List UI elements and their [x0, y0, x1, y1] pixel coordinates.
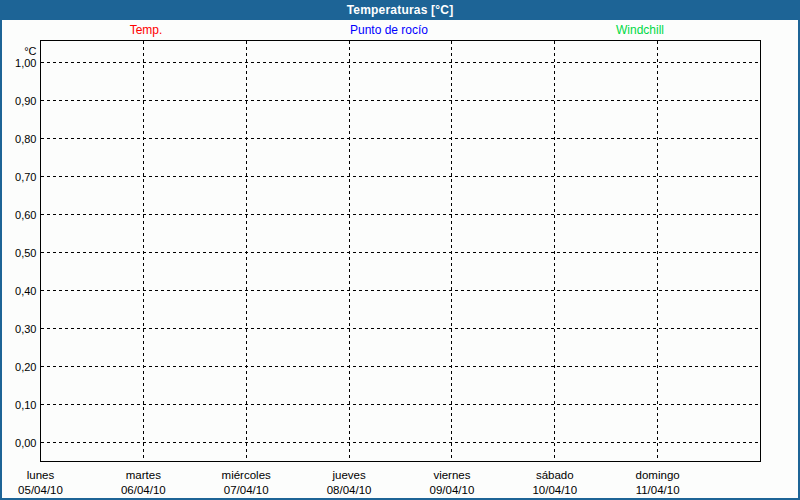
y-axis-unit-label: °C	[24, 45, 36, 57]
x-day-label: viernes	[433, 469, 470, 481]
y-tick-label: 0,60	[15, 209, 36, 221]
plot-border	[41, 41, 761, 462]
weather-chart-window: Temperaturas [°C] Temp. Punto de rocío W…	[0, 0, 800, 500]
x-day-label: miércoles	[222, 469, 271, 481]
x-day-label: martes	[126, 469, 161, 481]
y-tick-label: 0,10	[15, 399, 36, 411]
y-tick-label: 0,20	[15, 361, 36, 373]
x-date-label: 07/04/10	[224, 484, 269, 496]
x-day-label: domingo	[636, 469, 680, 481]
y-tick-label: 0,00	[15, 437, 36, 449]
y-tick-label: 0,90	[15, 95, 36, 107]
y-tick-label: 0,50	[15, 247, 36, 259]
x-day-label: jueves	[331, 469, 365, 481]
y-tick-label: 1,00	[15, 57, 36, 69]
x-date-label: 05/04/10	[18, 484, 63, 496]
x-date-label: 08/04/10	[327, 484, 372, 496]
y-tick-label: 0,70	[15, 171, 36, 183]
y-tick-label: 0,40	[15, 285, 36, 297]
x-date-label: 10/04/10	[532, 484, 577, 496]
y-tick-label: 0,30	[15, 323, 36, 335]
x-date-label: 06/04/10	[121, 484, 166, 496]
temperature-plot: 0,000,100,200,300,400,500,600,700,800,90…	[0, 0, 800, 500]
x-date-label: 11/04/10	[636, 484, 680, 496]
x-date-label: 09/04/10	[430, 484, 475, 496]
y-tick-label: 0,80	[15, 133, 36, 145]
x-day-label: lunes	[27, 469, 55, 481]
x-day-label: sábado	[536, 469, 574, 481]
